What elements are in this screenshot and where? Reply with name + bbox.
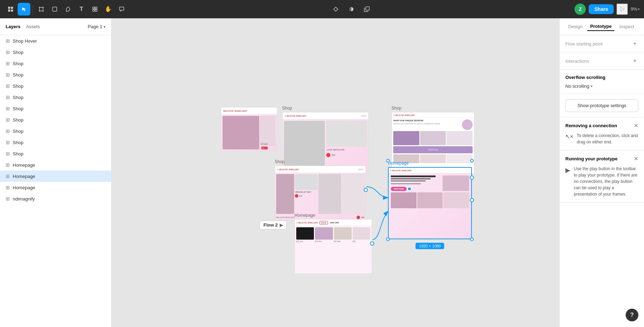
- zoom-value: 9%: [631, 6, 637, 12]
- handle-tr[interactable]: [470, 159, 474, 162]
- flow-starting-point-label: Flow starting point: [565, 41, 603, 47]
- canvas[interactable]: DELICATE JEWELLERY STUDS $20: [111, 18, 559, 327]
- frame-icon: ⊞: [6, 83, 10, 89]
- jewelry-header: DELICATE JEWELLERY: [221, 107, 277, 115]
- connection-dot-top[interactable]: [470, 175, 474, 180]
- layer-item[interactable]: ⊞ Shop: [0, 125, 111, 137]
- grid-tool-btn[interactable]: [4, 3, 17, 16]
- right-panel: Design Prototype Inspect Flow starting p…: [559, 18, 644, 327]
- running-prototype-close-btn[interactable]: ✕: [634, 155, 638, 162]
- layer-item[interactable]: ⊞ Shop: [0, 148, 111, 159]
- layer-item[interactable]: ⊞ Shop: [0, 58, 111, 69]
- component-tool-btn[interactable]: [89, 3, 101, 16]
- right-panel-tabs: Design Prototype Inspect: [560, 18, 644, 35]
- handle-tl[interactable]: [386, 159, 390, 162]
- removing-connection-close-btn[interactable]: ✕: [634, 122, 638, 129]
- add-flow-btn[interactable]: +: [631, 40, 638, 47]
- running-prototype-panel: Running your prototype ✕ ▶ Use the play …: [560, 150, 644, 203]
- layer-item[interactable]: ⊞ Shop: [0, 92, 111, 103]
- shape-tool-btn[interactable]: [48, 3, 61, 16]
- flow-play-icon[interactable]: ▶: [280, 223, 283, 228]
- layer-item[interactable]: ⊞ Shop: [0, 69, 111, 80]
- frame-icon: ⊞: [6, 49, 10, 55]
- handle-bl[interactable]: [386, 237, 390, 241]
- cursor-icon: ↖×: [565, 133, 573, 140]
- frame-homepage-sale[interactable]: Homepage ✦ DELICATE JEWELLERY SALE 50% O…: [294, 213, 372, 274]
- layers-tab[interactable]: Layers: [6, 23, 20, 31]
- component-center-btn[interactable]: [329, 3, 342, 16]
- svg-rect-4: [40, 7, 43, 11]
- interactions-label: Interactions: [565, 58, 589, 64]
- jewelry-body: STUDS $20: [221, 115, 277, 151]
- main-layout: Layers Assets Page 1 ▾ ⊞ Shop Hover ⊞ Sh…: [0, 18, 644, 327]
- page-selector[interactable]: Page 1 ▾: [88, 24, 105, 29]
- hand-tool-btn[interactable]: ✋: [102, 3, 115, 16]
- frame-thumbnail[interactable]: DELICATE JEWELLERY STUDS $20: [221, 107, 277, 151]
- theme-btn[interactable]: [345, 3, 358, 16]
- layer-item[interactable]: ⊞ Shop: [0, 80, 111, 92]
- select-tool-btn[interactable]: [18, 3, 30, 16]
- flow-starting-point-section: Flow starting point +: [560, 35, 644, 53]
- frame-homepage-selected-thumbnail[interactable]: ✦ DELICATE JEWELLERY: [388, 167, 472, 239]
- frame-shop4-label: Shop: [275, 159, 366, 164]
- frame-icon: ⊞: [6, 128, 10, 134]
- connection-dot-right[interactable]: [470, 198, 474, 202]
- layer-item[interactable]: ⊞ Shop: [0, 47, 111, 58]
- inspect-tab[interactable]: Inspect: [616, 23, 637, 31]
- layer-item[interactable]: ⊞ ndimagnify: [0, 193, 111, 204]
- interactions-section: Interactions +: [560, 53, 644, 70]
- sale-item: $20 $10: [315, 227, 333, 242]
- connection-handle[interactable]: [364, 188, 368, 192]
- design-tab[interactable]: Design: [565, 23, 585, 31]
- page-selector-label: Page 1: [88, 24, 102, 29]
- text-tool-btn[interactable]: T: [75, 3, 88, 16]
- show-prototype-settings-btn[interactable]: Show prototype settings: [565, 99, 638, 112]
- divider1: [32, 5, 33, 13]
- share-button[interactable]: Share: [589, 4, 614, 14]
- layer-item[interactable]: ⊞ Homepage: [0, 182, 111, 193]
- sale-item: $32 $16: [296, 227, 314, 242]
- pen-tool-btn[interactable]: [62, 3, 74, 16]
- frame-tool-btn[interactable]: [35, 3, 48, 16]
- layer-item[interactable]: ⊞ Homepage: [0, 159, 111, 171]
- svg-rect-0: [8, 7, 10, 9]
- frame-icon: ⊞: [6, 94, 10, 100]
- right-toolbar: Z Share 9% ▾: [575, 4, 640, 15]
- prototype-tab[interactable]: Prototype: [587, 22, 614, 31]
- left-panel: Layers Assets Page 1 ▾ ⊞ Shop Hover ⊞ Sh…: [0, 18, 111, 327]
- zoom-control[interactable]: 9% ▾: [631, 6, 640, 12]
- play-prototype-btn[interactable]: [616, 4, 628, 15]
- user-avatar[interactable]: Z: [575, 4, 586, 15]
- assets-tab[interactable]: Assets: [26, 23, 40, 31]
- help-button[interactable]: ?: [626, 309, 638, 321]
- play-icon: ▶: [565, 166, 570, 174]
- layer-item-selected[interactable]: ⊞ Homepage: [0, 171, 111, 182]
- jewelry-header: ✦ DELICATE JEWELLERY SHOP: [275, 166, 365, 173]
- connection-handle-sale[interactable]: [370, 241, 374, 246]
- svg-rect-16: [93, 10, 95, 11]
- frame-icon: ⊞: [6, 38, 10, 44]
- frame-shop-topleft[interactable]: DELICATE JEWELLERY STUDS $20: [221, 106, 277, 151]
- center-tools: [329, 3, 373, 16]
- layer-item[interactable]: ⊞ Shop: [0, 137, 111, 148]
- layer-item[interactable]: ⊞ Shop: [0, 103, 111, 114]
- overflow-scrolling-dropdown[interactable]: No scrolling ▾: [565, 84, 638, 89]
- svg-rect-14: [93, 7, 95, 9]
- handle-br[interactable]: [470, 237, 474, 241]
- add-interaction-btn[interactable]: +: [631, 57, 638, 64]
- layer-item[interactable]: ⊞ Shop: [0, 114, 111, 125]
- jewelry-header: ✦ DELICATE JEWELLERY SHOP: [282, 112, 368, 119]
- comment-tool-btn[interactable]: [115, 3, 128, 16]
- frame-homepage-selected[interactable]: Homepage ✦ DELICATE JEWELLERY: [388, 161, 472, 239]
- layer-item[interactable]: ⊞ Shop Hover: [0, 35, 111, 47]
- share-view-btn[interactable]: [360, 3, 373, 16]
- frame-icon: ⊞: [6, 196, 10, 202]
- running-prototype-title: Running your prototype: [565, 156, 618, 161]
- frame-shop4-thumbnail[interactable]: ✦ DELICATE JEWELLERY SHOP BRACELET SET $…: [275, 166, 366, 220]
- svg-rect-1: [11, 7, 13, 9]
- svg-marker-20: [621, 7, 624, 11]
- frame-shop4[interactable]: Shop ✦ DELICATE JEWELLERY SHOP BRACELET …: [275, 159, 366, 220]
- flow-badge[interactable]: Flow 2 ▶: [260, 221, 287, 229]
- frame-homepage-sale-thumbnail[interactable]: ✦ DELICATE JEWELLERY SALE 50% OFF $32 $1…: [294, 219, 372, 274]
- overflow-scrolling-title: Overflow scrolling: [565, 75, 638, 80]
